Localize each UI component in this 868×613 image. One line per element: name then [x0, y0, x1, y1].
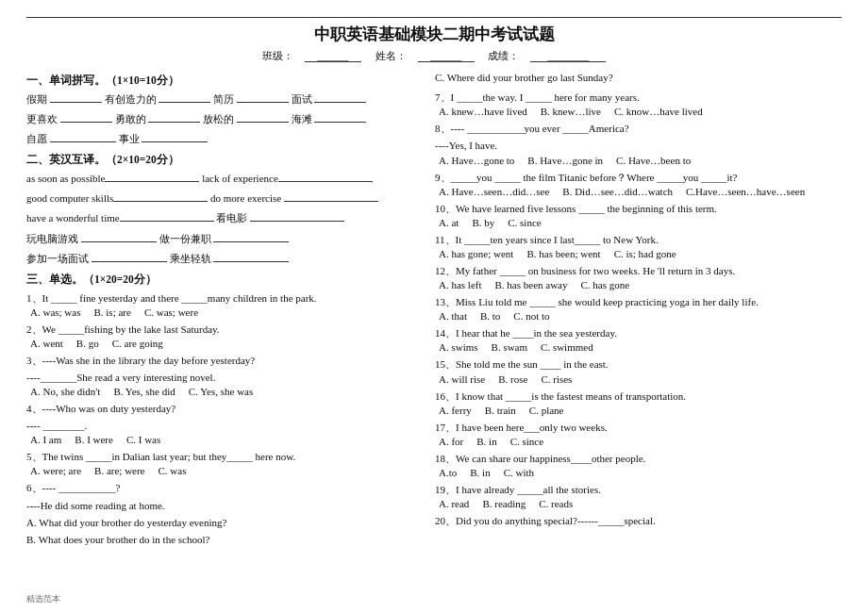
q12-text: 12、My father _____ on business for two w…: [435, 262, 842, 279]
q15: 15、She told me the sun ____ in the east.…: [435, 356, 842, 384]
section3-title: 三、单选。（1×20=20分）: [26, 273, 418, 287]
vocab-line3: 自愿 事业: [26, 130, 418, 148]
q13-text: 13、Miss Liu told me _____ she would keep…: [435, 293, 842, 310]
q13: 13、Miss Liu told me _____ she would keep…: [435, 293, 842, 322]
q20-text: 20、Did you do anything special?------___…: [435, 512, 842, 529]
q6-optC: C. Where did your brother go last Sunday…: [435, 69, 842, 86]
q4-sub: ---- ________.: [26, 417, 418, 434]
q11-text: 11、It _____ten years since I last_____ t…: [435, 231, 842, 248]
footer-text: 精选范本: [26, 593, 60, 605]
vocab-line2: 更喜欢 勇敢的 放松的 海滩: [26, 110, 418, 128]
vocab-line1: 假期 有创造力的 简历 面试: [26, 91, 418, 108]
q7-options: A. knew…have livedB. knew…liveC. know…ha…: [439, 106, 842, 117]
q4-text: 4、----Who was on duty yesterday?: [26, 400, 418, 417]
exam-title: 中职英语基础模块二期中考试试题: [26, 24, 842, 45]
q10: 10、We have learned five lessons _____ th…: [435, 200, 842, 228]
q9-options: A. Have…seen…did…seeB. Did…see…did…watch…: [439, 186, 842, 197]
q16: 16、I know that _____is the fastest means…: [435, 388, 842, 416]
score-label: 成绩：: [488, 50, 519, 61]
q11-options: A. has gone; wentB. has been; wentC. is;…: [439, 248, 842, 259]
q10-options: A. atB. byC. since: [439, 217, 842, 228]
q4: 4、----Who was on duty yesterday? ---- __…: [26, 400, 418, 445]
right-column: C. Where did your brother go last Sunday…: [435, 69, 842, 551]
q2: 2、We _____fishing by the lake last Satur…: [26, 321, 418, 349]
q11: 11、It _____ten years since I last_____ t…: [435, 231, 842, 259]
class-blank: ______: [305, 50, 361, 62]
q5-options: A. were; areB. are; wereC. was: [30, 465, 418, 476]
q5: 5、The twins _____in Dalian last year; bu…: [26, 448, 418, 476]
q15-text: 15、She told me the sun ____ in the east.: [435, 356, 842, 373]
q6-optA: A. What did your brother do yesterday ev…: [26, 514, 418, 531]
q10-text: 10、We have learned five lessons _____ th…: [435, 200, 842, 217]
q15-options: A. will riseB. roseC. rises: [439, 373, 842, 385]
q19-options: A. readB. readingC. reads: [439, 498, 842, 509]
name-blank: ______: [418, 50, 475, 62]
trans-line5: 参加一场面试 乘坐轻轨: [26, 250, 418, 268]
q13-options: A. thatB. toC. not to: [439, 310, 842, 322]
q16-options: A. ferryB. trainC. plane: [439, 405, 842, 416]
q19-text: 19、I have already _____all the stories.: [435, 481, 842, 498]
q6-optB: B. What does your brother do in the scho…: [26, 531, 418, 548]
name-label: 姓名：: [376, 50, 407, 61]
q3: 3、----Was she in the library the day bef…: [26, 352, 418, 397]
q8-options: A. Have…gone toB. Have…gone inC. Have…be…: [439, 155, 842, 166]
score-blank: ________: [530, 50, 606, 62]
q3-sub: ----_______She read a very interesting n…: [26, 369, 418, 386]
q18-text: 18、We can share our happiness____other p…: [435, 450, 842, 467]
q2-options: A. wentB. goC. are going: [30, 338, 418, 349]
q20: 20、Did you do anything special?------___…: [435, 512, 842, 529]
trans-line1: as soon as possible lack of experience: [26, 170, 418, 188]
q14-options: A. swimsB. swamC. swimmed: [439, 341, 842, 353]
trans-line4: 玩电脑游戏 做一份兼职: [26, 230, 418, 248]
q1: 1、It _____ fine yesterday and there ____…: [26, 290, 418, 318]
q19: 19、I have already _____all the stories. …: [435, 481, 842, 509]
section2-title: 二、英汉互译。（2×10=20分）: [26, 153, 418, 167]
q3-options: A. No, she didn'tB. Yes, she didC. Yes, …: [30, 386, 418, 397]
left-column: 一、单词拼写。（1×10=10分） 假期 有创造力的 简历 面试 更喜欢 勇敢的…: [26, 69, 418, 551]
class-label: 班级：: [262, 50, 293, 61]
q1-text: 1、It _____ fine yesterday and there ____…: [26, 290, 418, 306]
q17: 17、I have been here___only two weeks. A.…: [435, 419, 842, 447]
q17-text: 17、I have been here___only two weeks.: [435, 419, 842, 436]
q9: 9、_____you _____ the film Titanic before…: [435, 169, 842, 197]
section1-title: 一、单词拼写。（1×10=10分）: [26, 74, 418, 88]
q18: 18、We can share our happiness____other p…: [435, 450, 842, 478]
q1-options: A. was; wasB. is; areC. was; were: [30, 306, 418, 318]
trans-line2: good computer skills do more exercise: [26, 190, 418, 207]
q8-text: 8、---- ___________you ever _____America?: [435, 120, 842, 137]
q14: 14、I hear that he ____in the sea yesterd…: [435, 324, 842, 353]
q6-sub: ----He did some reading at home.: [26, 497, 418, 514]
q8-sub: ----Yes, I have.: [435, 137, 842, 154]
q7-text: 7、I _____the way. I _____ here for many …: [435, 89, 842, 106]
q8: 8、---- ___________you ever _____America?…: [435, 120, 842, 165]
student-info: 班级：______ 姓名：______ 成绩：________: [26, 49, 842, 63]
exam-page: 中职英语基础模块二期中考试试题 班级：______ 姓名：______ 成绩：_…: [0, 0, 868, 613]
q6-text: 6、---- ___________?: [26, 479, 418, 496]
trans-line3: have a wonderful time 看电影: [26, 209, 418, 227]
q14-text: 14、I hear that he ____in the sea yesterd…: [435, 324, 842, 341]
q12-options: A. has leftB. has been awayC. has gone: [439, 279, 842, 290]
q12: 12、My father _____ on business for two w…: [435, 262, 842, 290]
q7: 7、I _____the way. I _____ here for many …: [435, 89, 842, 117]
q2-text: 2、We _____fishing by the lake last Satur…: [26, 321, 418, 338]
main-columns: 一、单词拼写。（1×10=10分） 假期 有创造力的 简历 面试 更喜欢 勇敢的…: [26, 69, 842, 551]
q5-text: 5、The twins _____in Dalian last year; bu…: [26, 448, 418, 465]
q16-text: 16、I know that _____is the fastest means…: [435, 388, 842, 405]
top-rule: [26, 17, 842, 18]
q17-options: A. forB. inC. since: [439, 436, 842, 447]
q3-text: 3、----Was she in the library the day bef…: [26, 352, 418, 369]
q4-options: A. I amB. I wereC. I was: [30, 434, 418, 445]
q9-text: 9、_____you _____ the film Titanic before…: [435, 169, 842, 186]
q18-options: A.toB. inC. with: [439, 467, 842, 478]
q6: 6、---- ___________? ----He did some read…: [26, 479, 418, 548]
